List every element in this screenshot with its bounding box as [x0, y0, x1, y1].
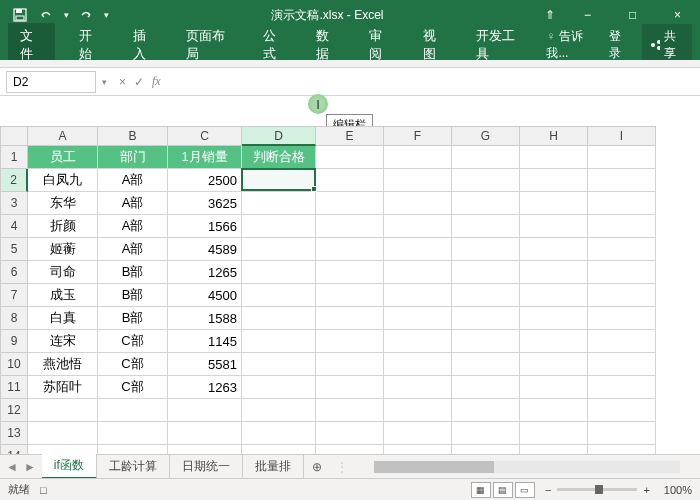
cell[interactable] — [316, 353, 384, 376]
qat-dropdown-icon[interactable]: ▾ — [60, 3, 72, 27]
cell[interactable] — [520, 445, 588, 454]
cell[interactable] — [242, 422, 316, 445]
cell[interactable] — [384, 238, 452, 261]
cell[interactable] — [242, 445, 316, 454]
row-header[interactable]: 12 — [0, 399, 28, 422]
row-header[interactable]: 1 — [0, 146, 28, 169]
cell[interactable] — [452, 284, 520, 307]
cell[interactable]: 1145 — [168, 330, 242, 353]
col-header-H[interactable]: H — [520, 126, 588, 146]
cell[interactable]: B部 — [98, 284, 168, 307]
sheet-tab-tenure[interactable]: 工龄计算 — [97, 455, 170, 478]
cell[interactable] — [520, 192, 588, 215]
row-header[interactable]: 6 — [0, 261, 28, 284]
cell[interactable] — [384, 445, 452, 454]
cell[interactable] — [588, 422, 656, 445]
col-header-D[interactable]: D — [242, 126, 316, 146]
cell[interactable] — [242, 169, 316, 192]
cell[interactable] — [168, 445, 242, 454]
col-header-B[interactable]: B — [98, 126, 168, 146]
cell[interactable] — [588, 238, 656, 261]
cell[interactable]: B部 — [98, 261, 168, 284]
fx-button[interactable]: fx — [152, 74, 161, 89]
cell[interactable] — [588, 261, 656, 284]
cell[interactable] — [98, 399, 168, 422]
cell[interactable]: 燕池悟 — [28, 353, 98, 376]
row-header[interactable]: 10 — [0, 353, 28, 376]
cell[interactable] — [98, 445, 168, 454]
cell[interactable]: 1566 — [168, 215, 242, 238]
cell[interactable] — [520, 330, 588, 353]
horizontal-scrollbar[interactable] — [374, 461, 680, 473]
cell[interactable] — [242, 307, 316, 330]
cell[interactable] — [452, 192, 520, 215]
cell[interactable]: 成玉 — [28, 284, 98, 307]
cell[interactable] — [242, 261, 316, 284]
cell[interactable] — [316, 399, 384, 422]
cell[interactable]: 白凤九 — [28, 169, 98, 192]
select-all-corner[interactable] — [0, 126, 28, 146]
cell[interactable] — [168, 399, 242, 422]
add-sheet-button[interactable]: ⊕ — [304, 460, 330, 474]
cell[interactable]: 部门 — [98, 146, 168, 169]
cell[interactable] — [316, 422, 384, 445]
cell[interactable] — [384, 169, 452, 192]
tell-me[interactable]: ♀ 告诉我... — [546, 28, 596, 62]
sheet-nav-prev-icon[interactable]: ◄ — [6, 460, 18, 474]
cell[interactable]: 苏陌叶 — [28, 376, 98, 399]
cell[interactable] — [452, 261, 520, 284]
cell[interactable] — [520, 261, 588, 284]
cell[interactable] — [28, 422, 98, 445]
cell[interactable] — [384, 146, 452, 169]
cell[interactable]: 4500 — [168, 284, 242, 307]
cell[interactable] — [588, 169, 656, 192]
cell[interactable]: A部 — [98, 215, 168, 238]
cell[interactable] — [316, 215, 384, 238]
cell[interactable] — [316, 376, 384, 399]
zoom-slider[interactable] — [557, 488, 637, 491]
cell[interactable] — [520, 307, 588, 330]
cell[interactable] — [520, 215, 588, 238]
cell[interactable] — [384, 330, 452, 353]
cell[interactable] — [168, 422, 242, 445]
cell[interactable] — [588, 353, 656, 376]
cell[interactable]: 员工 — [28, 146, 98, 169]
row-header[interactable]: 11 — [0, 376, 28, 399]
cell[interactable] — [452, 146, 520, 169]
cell[interactable] — [520, 399, 588, 422]
row-header[interactable]: 2 — [0, 169, 28, 192]
cell[interactable] — [520, 284, 588, 307]
cell[interactable] — [452, 445, 520, 454]
cell[interactable]: B部 — [98, 307, 168, 330]
name-box[interactable] — [6, 71, 96, 93]
cell[interactable] — [588, 192, 656, 215]
row-header[interactable]: 14 — [0, 445, 28, 454]
cell[interactable]: 连宋 — [28, 330, 98, 353]
view-normal-button[interactable]: ▦ — [471, 482, 491, 498]
view-pagebreak-button[interactable]: ▭ — [515, 482, 535, 498]
cell[interactable] — [316, 192, 384, 215]
cell[interactable] — [28, 445, 98, 454]
cell[interactable] — [384, 422, 452, 445]
col-header-F[interactable]: F — [384, 126, 452, 146]
cell[interactable]: 司命 — [28, 261, 98, 284]
cell[interactable] — [452, 422, 520, 445]
cell[interactable] — [316, 445, 384, 454]
sheet-tab-date[interactable]: 日期统一 — [170, 455, 243, 478]
cancel-formula-icon[interactable]: × — [119, 75, 126, 89]
cell[interactable]: A部 — [98, 238, 168, 261]
cell[interactable] — [520, 238, 588, 261]
cell[interactable] — [520, 376, 588, 399]
cell[interactable] — [384, 284, 452, 307]
col-header-E[interactable]: E — [316, 126, 384, 146]
cell[interactable] — [452, 307, 520, 330]
cell[interactable] — [316, 146, 384, 169]
cell[interactable] — [98, 422, 168, 445]
cell[interactable] — [242, 399, 316, 422]
cell[interactable] — [452, 169, 520, 192]
cell[interactable]: 1263 — [168, 376, 242, 399]
row-header[interactable]: 4 — [0, 215, 28, 238]
cell[interactable] — [588, 215, 656, 238]
cell[interactable]: 判断合格 — [242, 146, 316, 169]
cell[interactable] — [452, 353, 520, 376]
